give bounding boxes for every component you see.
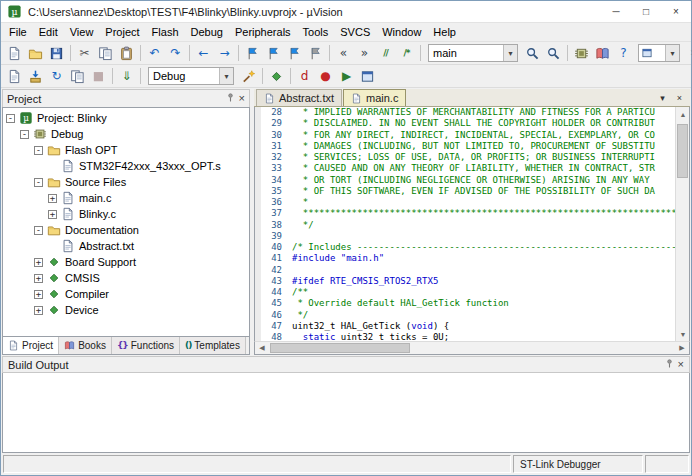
minimize-button[interactable]: ─ bbox=[601, 1, 631, 22]
rebuild-icon[interactable]: ↻ bbox=[46, 66, 67, 86]
batch-build-icon[interactable] bbox=[67, 66, 88, 86]
new-file-icon[interactable] bbox=[4, 43, 25, 63]
menu-tools[interactable]: Tools bbox=[297, 24, 335, 40]
doc-tab-abstract-txt[interactable]: Abstract.txt bbox=[256, 89, 342, 106]
expander-plus-icon[interactable]: + bbox=[34, 306, 43, 315]
translate-icon[interactable] bbox=[4, 66, 25, 86]
panel-tab-project[interactable]: Project bbox=[3, 337, 59, 354]
panel-tab-templates[interactable]: ()Templates bbox=[180, 337, 246, 354]
panel-tab-books[interactable]: Books bbox=[59, 337, 112, 354]
find-in-files-icon[interactable] bbox=[522, 43, 543, 63]
menu-debug[interactable]: Debug bbox=[185, 24, 229, 40]
horizontal-scroll-thumb[interactable] bbox=[270, 343, 410, 353]
maximize-button[interactable]: □ bbox=[631, 1, 661, 22]
tree-item-board-support[interactable]: +Board Support bbox=[3, 254, 249, 270]
bookmark-prev-icon[interactable] bbox=[263, 43, 284, 63]
scroll-left-icon[interactable]: ◀ bbox=[255, 342, 269, 354]
menu-window[interactable]: Window bbox=[376, 24, 427, 40]
close-document-icon[interactable]: × bbox=[672, 90, 687, 105]
nav-back-icon[interactable]: ← bbox=[193, 43, 214, 63]
expander-minus-icon[interactable]: - bbox=[34, 226, 43, 235]
expander-minus-icon[interactable]: - bbox=[34, 146, 43, 155]
bookmark-toggle-icon[interactable] bbox=[242, 43, 263, 63]
target-combo[interactable]: Debug▾ bbox=[148, 67, 234, 85]
expander-plus-icon[interactable]: + bbox=[48, 194, 57, 203]
tree-item-flash-opt[interactable]: -Flash OPT bbox=[3, 142, 249, 158]
tree-item-cmsis[interactable]: +CMSIS bbox=[3, 270, 249, 286]
help-icon[interactable]: ? bbox=[613, 43, 634, 63]
menu-peripherals[interactable]: Peripherals bbox=[229, 24, 297, 40]
bookmark-clear-icon[interactable] bbox=[305, 43, 326, 63]
menu-svcs[interactable]: SVCS bbox=[334, 24, 376, 40]
stop-build-icon[interactable]: ■ bbox=[88, 66, 109, 86]
open-icon[interactable] bbox=[25, 43, 46, 63]
layout-combo[interactable]: ▾ bbox=[638, 44, 680, 62]
expander-minus-icon[interactable]: - bbox=[6, 114, 15, 123]
vertical-scroll-thumb[interactable] bbox=[677, 124, 688, 178]
find-icon[interactable] bbox=[543, 43, 564, 63]
menu-project[interactable]: Project bbox=[99, 24, 145, 40]
close-panel-icon[interactable]: × bbox=[678, 359, 684, 370]
scroll-right-icon[interactable]: ▶ bbox=[675, 342, 689, 354]
breakpoint-icon[interactable]: ● bbox=[315, 66, 336, 86]
options-for-target-icon[interactable] bbox=[238, 66, 259, 86]
tree-item-source-files[interactable]: -Source Files bbox=[3, 174, 249, 190]
menu-help[interactable]: Help bbox=[427, 24, 462, 40]
books-icon[interactable] bbox=[592, 43, 613, 63]
tree-item-debug[interactable]: -Debug bbox=[3, 126, 249, 142]
pin-icon[interactable] bbox=[664, 358, 675, 371]
debug-session-icon[interactable]: d bbox=[294, 66, 315, 86]
pin-icon[interactable] bbox=[225, 92, 236, 105]
scroll-up-icon[interactable]: ▲ bbox=[676, 107, 690, 121]
menu-file[interactable]: File bbox=[3, 24, 33, 40]
comment-icon[interactable]: // bbox=[375, 43, 396, 63]
build-output-content[interactable] bbox=[2, 373, 690, 453]
run-icon[interactable]: ▶ bbox=[336, 66, 357, 86]
pack-installer-icon[interactable] bbox=[571, 43, 592, 63]
expander-plus-icon[interactable]: + bbox=[34, 258, 43, 267]
download-icon[interactable]: ⇓ bbox=[116, 66, 137, 86]
menu-flash[interactable]: Flash bbox=[146, 24, 185, 40]
find-combo-dropdown-icon[interactable]: ▾ bbox=[503, 45, 517, 61]
paste-icon[interactable] bbox=[116, 43, 137, 63]
unindent-icon[interactable]: « bbox=[333, 43, 354, 63]
redo-icon[interactable]: ↷ bbox=[165, 43, 186, 63]
close-button[interactable]: × bbox=[661, 1, 691, 22]
tree-item-abstract-txt[interactable]: Abstract.txt bbox=[3, 238, 249, 254]
build-icon[interactable] bbox=[25, 66, 46, 86]
doc-tab-main-c[interactable]: main.c bbox=[343, 89, 406, 106]
layout-combo-dropdown-icon[interactable]: ▾ bbox=[665, 45, 679, 61]
tree-item-main-c[interactable]: +main.c bbox=[3, 190, 249, 206]
bookmark-next-icon[interactable] bbox=[284, 43, 305, 63]
tree-item-compiler[interactable]: +Compiler bbox=[3, 286, 249, 302]
target-combo-dropdown-icon[interactable]: ▾ bbox=[219, 68, 233, 84]
expander-minus-icon[interactable]: - bbox=[34, 178, 43, 187]
cut-icon[interactable]: ✂ bbox=[74, 43, 95, 63]
save-icon[interactable] bbox=[46, 43, 67, 63]
menu-edit[interactable]: Edit bbox=[33, 24, 64, 40]
expander-plus-icon[interactable]: + bbox=[48, 210, 57, 219]
expander-minus-icon[interactable]: - bbox=[20, 130, 29, 139]
uncomment-icon[interactable]: /* bbox=[396, 43, 417, 63]
tree-item-project-blinky[interactable]: -µProject: Blinky bbox=[3, 110, 249, 126]
tree-item-blinky-c[interactable]: +Blinky.c bbox=[3, 206, 249, 222]
manage-rte-icon[interactable] bbox=[266, 66, 287, 86]
indent-icon[interactable]: » bbox=[354, 43, 375, 63]
tree-item-stm32f42xxx-43xxx-opt-s[interactable]: STM32F42xxx_43xxx_OPT.s bbox=[3, 158, 249, 174]
find-combo[interactable]: main▾ bbox=[428, 44, 518, 62]
scroll-down-icon[interactable]: ▼ bbox=[676, 327, 690, 341]
configure-icon[interactable]: ✶ bbox=[684, 43, 692, 63]
undo-icon[interactable]: ↶ bbox=[144, 43, 165, 63]
show-windows-icon[interactable] bbox=[357, 66, 378, 86]
menu-view[interactable]: View bbox=[64, 24, 100, 40]
nav-forward-icon[interactable]: → bbox=[214, 43, 235, 63]
tab-list-dropdown-icon[interactable]: ▾ bbox=[655, 90, 670, 105]
expander-plus-icon[interactable]: + bbox=[34, 290, 43, 299]
panel-tab-functions[interactable]: {}Functions bbox=[112, 337, 180, 354]
tree-item-device[interactable]: +Device bbox=[3, 302, 249, 318]
copy-icon[interactable] bbox=[95, 43, 116, 63]
tree-item-documentation[interactable]: -Documentation bbox=[3, 222, 249, 238]
vertical-scrollbar[interactable]: ▲ ▼ bbox=[675, 107, 689, 341]
code-editor[interactable]: 28 * IMPLIED WARRANTIES OF MERCHANTABILI… bbox=[255, 107, 675, 341]
close-panel-icon[interactable]: × bbox=[239, 93, 245, 104]
